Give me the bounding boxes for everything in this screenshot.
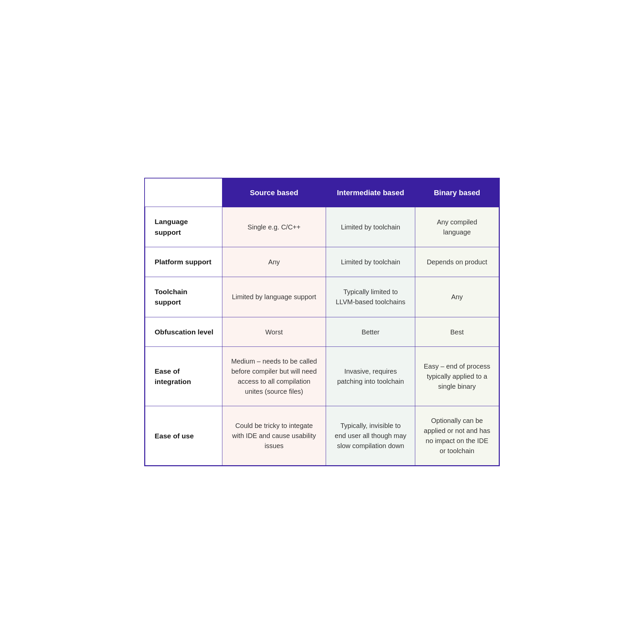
row-intermediate: Typically limited to LLVM-based toolchai… <box>326 277 415 317</box>
table-row: Language supportSingle e.g. C/C++Limited… <box>145 207 499 247</box>
row-intermediate: Limited by toolchain <box>326 247 415 277</box>
header-empty <box>145 179 222 207</box>
header-binary: Binary based <box>415 179 499 207</box>
row-binary: Optionally can be applied or not and has… <box>415 406 499 466</box>
row-intermediate: Better <box>326 317 415 347</box>
table-row: Ease of integrationMedium – needs to be … <box>145 347 499 406</box>
table-row: Ease of useCould be tricky to integate w… <box>145 406 499 466</box>
comparison-table: Source based Intermediate based Binary b… <box>144 178 500 467</box>
row-source: Single e.g. C/C++ <box>222 207 326 247</box>
row-label: Language support <box>145 207 222 247</box>
table-row: Toolchain supportLimited by language sup… <box>145 277 499 317</box>
row-binary: Any compiled language <box>415 207 499 247</box>
row-intermediate: Limited by toolchain <box>326 207 415 247</box>
row-binary: Any <box>415 277 499 317</box>
header-source: Source based <box>222 179 326 207</box>
row-binary: Depends on product <box>415 247 499 277</box>
row-source: Could be tricky to integate with IDE and… <box>222 406 326 466</box>
row-label: Ease of integration <box>145 347 222 406</box>
row-source: Limited by language support <box>222 277 326 317</box>
row-label: Obfuscation level <box>145 317 222 347</box>
table-row: Obfuscation levelWorstBetterBest <box>145 317 499 347</box>
row-label: Platform support <box>145 247 222 277</box>
header-intermediate: Intermediate based <box>326 179 415 207</box>
row-intermediate: Typically, invisible to end user all tho… <box>326 406 415 466</box>
row-source: Medium – needs to be called before compi… <box>222 347 326 406</box>
row-label: Toolchain support <box>145 277 222 317</box>
row-source: Worst <box>222 317 326 347</box>
row-label: Ease of use <box>145 406 222 466</box>
row-binary: Easy – end of process typically applied … <box>415 347 499 406</box>
row-intermediate: Invasive, requires patching into toolcha… <box>326 347 415 406</box>
row-binary: Best <box>415 317 499 347</box>
row-source: Any <box>222 247 326 277</box>
table-row: Platform supportAnyLimited by toolchainD… <box>145 247 499 277</box>
